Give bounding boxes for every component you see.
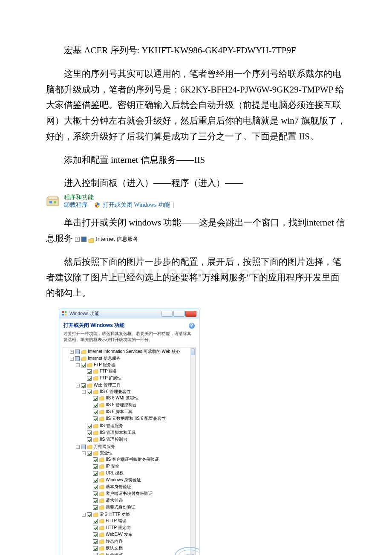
scrollbar[interactable]: [190, 347, 195, 555]
collapse-icon[interactable]: -: [76, 384, 80, 387]
checkbox[interactable]: [93, 471, 98, 476]
checkbox[interactable]: [93, 416, 98, 421]
tree-node[interactable]: +Internet Information Services 可承载的 Web …: [70, 348, 189, 355]
tree-label: Internet Information Services 可承载的 Web 核…: [88, 349, 180, 355]
spacer-icon: [88, 417, 92, 421]
help-icon[interactable]: ?: [189, 323, 195, 329]
tree-node[interactable]: WebDAV 发布: [88, 531, 189, 538]
collapse-icon[interactable]: -: [82, 390, 86, 394]
checkbox[interactable]: [93, 410, 98, 414]
checkbox[interactable]: [81, 363, 86, 367]
tree-node[interactable]: -IIS 6 管理兼容性IIS 6 WMI 兼容性IIS 6 管理控制台IIS …: [82, 388, 189, 422]
tree-node[interactable]: -万维网服务-安全性IIS 客户端证书映射身份验证IP 安全URL 授权Wind…: [76, 443, 189, 555]
checkbox[interactable]: [93, 519, 98, 523]
collapse-icon[interactable]: -: [70, 357, 74, 361]
collapse-icon[interactable]: -: [82, 513, 86, 517]
tree-label: FTP 扩展性: [100, 375, 121, 381]
tree-node[interactable]: 基本身份验证: [88, 483, 189, 490]
tree-node[interactable]: 摘要式身份验证: [88, 504, 189, 511]
spacer-icon: [82, 424, 86, 428]
checkbox[interactable]: [93, 485, 98, 489]
checkbox[interactable]: [87, 512, 92, 517]
tree-node[interactable]: Windows 身份验证: [88, 477, 189, 483]
folder-icon: [99, 396, 104, 401]
iis-label: Internet 信息服务: [96, 234, 138, 244]
spacer-icon: [88, 485, 92, 489]
tree-label: 目录浏览: [106, 552, 123, 555]
tree-node[interactable]: IIS 6 WMI 兼容性: [88, 395, 189, 402]
tree-node[interactable]: URL 授权: [88, 470, 189, 477]
paragraph-2: 添加和配置 internet 信息服务——IIS: [46, 152, 346, 168]
checkbox[interactable]: [93, 505, 98, 510]
checkbox[interactable]: [87, 369, 92, 374]
tree-node[interactable]: IIS 管理控制台: [82, 436, 189, 443]
checkbox[interactable]: [93, 478, 98, 483]
checkbox[interactable]: [87, 390, 92, 394]
checkbox[interactable]: [93, 526, 98, 530]
checkbox[interactable]: [93, 546, 98, 551]
spacer-icon: [88, 492, 92, 496]
iis-tree-inline: + Internet 信息服务: [75, 234, 138, 244]
checkbox[interactable]: [93, 539, 98, 544]
acer-prefix: 宏基 ACER 序列号:: [64, 45, 142, 55]
tree-node[interactable]: HTTP 重定向: [88, 524, 189, 531]
checkbox[interactable]: [87, 451, 92, 456]
svg-rect-1: [48, 196, 58, 199]
tree-node[interactable]: 请求筛选: [88, 497, 189, 504]
tree-label: Web 管理工具: [94, 382, 121, 388]
turn-features-link[interactable]: 打开或关闭 Windows 功能: [103, 201, 170, 209]
checkbox[interactable]: [81, 445, 86, 449]
tree-node[interactable]: IIS 6 脚本工具: [88, 408, 189, 415]
collapse-icon[interactable]: -: [82, 451, 86, 455]
tree-label: FTP 服务: [100, 368, 117, 374]
checkbox[interactable]: [93, 553, 98, 555]
folder-icon: [87, 363, 92, 367]
checkbox[interactable]: [93, 464, 98, 469]
checkbox[interactable]: [93, 532, 98, 537]
tree-node[interactable]: -安全性IIS 客户端证书映射身份验证IP 安全URL 授权Windows 身份…: [82, 450, 189, 511]
tree-node[interactable]: -常见 HTTP 功能HTTP 错误HTTP 重定向WebDAV 发布静态内容默…: [82, 511, 189, 555]
folder-icon: [93, 431, 98, 435]
dialog-description: 若要打开一种功能，请选择其复选框。若要关闭一种功能，请清除其复选框。填充的框表示…: [63, 331, 195, 343]
tree-node[interactable]: IIS 客户端证书映射身份验证: [88, 456, 189, 463]
checkbox[interactable]: [87, 424, 92, 428]
checkbox[interactable]: [87, 431, 92, 435]
checkbox[interactable]: [93, 403, 98, 408]
tree-node[interactable]: 客户端证书映射身份验证: [88, 490, 189, 497]
checkbox[interactable]: [87, 437, 92, 442]
tree-node[interactable]: IP 安全: [88, 463, 189, 470]
tree-node[interactable]: -Web 管理工具-IIS 6 管理兼容性IIS 6 WMI 兼容性IIS 6 …: [76, 382, 189, 443]
checkbox[interactable]: [81, 383, 86, 388]
checkbox[interactable]: [93, 491, 98, 496]
tree-node[interactable]: -Internet 信息服务-FTP 服务器FTP 服务FTP 扩展性-Web …: [70, 355, 189, 555]
tree-node[interactable]: IIS 元数据库和 IIS 6 配置兼容性: [88, 415, 189, 422]
tree-node[interactable]: HTTP 错误: [88, 517, 189, 524]
collapse-icon[interactable]: -: [76, 363, 80, 367]
checkbox[interactable]: [93, 457, 98, 462]
tree-node[interactable]: IIS 管理服务: [82, 422, 189, 429]
tree-node[interactable]: -FTP 服务器FTP 服务FTP 扩展性: [76, 361, 189, 382]
tree-label: 常见 HTTP 功能: [100, 512, 130, 517]
close-button[interactable]: [185, 311, 196, 317]
uninstall-link[interactable]: 卸载程序: [64, 201, 88, 209]
tree-label: IIS 管理服务: [100, 423, 123, 429]
spacer-icon: [88, 506, 92, 509]
feature-tree: +Internet Information Services 可承载的 Web …: [63, 347, 196, 555]
svg-rect-6: [62, 314, 64, 315]
minimize-button[interactable]: [161, 311, 173, 317]
tree-label: IIS 元数据库和 IIS 6 配置兼容性: [106, 416, 166, 422]
checkbox[interactable]: [75, 350, 80, 354]
tree-node[interactable]: FTP 扩展性: [82, 375, 189, 382]
tree-node[interactable]: FTP 服务: [82, 368, 189, 375]
collapse-icon[interactable]: -: [76, 445, 80, 449]
checkbox[interactable]: [75, 356, 80, 361]
tree-node[interactable]: IIS 管理脚本和工具: [82, 429, 189, 436]
checkbox[interactable]: [93, 396, 98, 401]
tree-node[interactable]: IIS 6 管理控制台: [88, 402, 189, 408]
expand-icon[interactable]: +: [70, 350, 74, 354]
tree-node[interactable]: 静态内容: [88, 538, 189, 545]
checkbox[interactable]: [87, 376, 92, 381]
checkbox[interactable]: [93, 498, 98, 503]
maximize-button[interactable]: [173, 311, 184, 317]
dialog-title: Windows 功能: [69, 310, 99, 317]
